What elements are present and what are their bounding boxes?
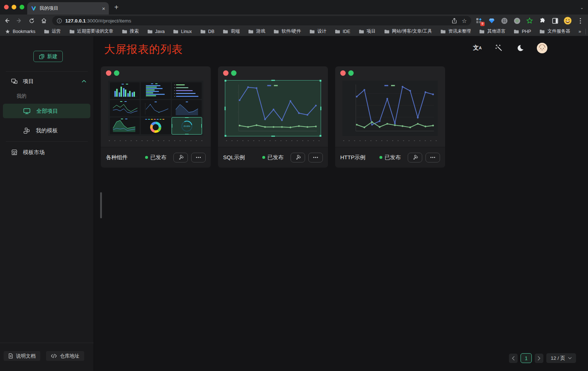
sidebar-group-label: 项目 bbox=[23, 78, 34, 85]
bookmarks-overflow-icon[interactable]: » bbox=[579, 29, 581, 34]
browser-menu-icon[interactable] bbox=[576, 17, 584, 25]
bookmark-folder[interactable]: 其他语言 bbox=[479, 28, 505, 34]
repo-button-label: 仓库地址 bbox=[60, 353, 79, 359]
bookmark-folder[interactable]: 文件服务器 bbox=[539, 28, 570, 34]
scrollbar-thumb[interactable] bbox=[100, 192, 102, 218]
docs-button[interactable]: 说明文档 bbox=[4, 351, 40, 361]
next-page-button[interactable] bbox=[535, 354, 543, 363]
sidebar-divider bbox=[6, 71, 88, 72]
extension-star-green-icon[interactable] bbox=[526, 17, 534, 25]
gauge-value: 25.00% bbox=[184, 125, 190, 127]
chevron-up-icon[interactable] bbox=[82, 80, 86, 83]
prev-page-button[interactable] bbox=[509, 354, 518, 363]
extension-circle-dark-icon[interactable] bbox=[500, 17, 508, 25]
edit-project-button[interactable] bbox=[291, 153, 305, 162]
edit-project-button[interactable] bbox=[408, 153, 422, 162]
new-tab-button[interactable]: + bbox=[114, 4, 119, 11]
reload-icon[interactable] bbox=[26, 16, 37, 25]
macos-close-button[interactable] bbox=[4, 5, 9, 9]
card-status: 已发布 bbox=[145, 154, 166, 161]
bookmark-label: 软件/硬件 bbox=[281, 28, 301, 34]
page-size-select[interactable]: 12 / 页 bbox=[546, 353, 576, 363]
extension-gem-icon[interactable] bbox=[488, 17, 496, 25]
preview-two-line-chart bbox=[110, 100, 140, 117]
url-text[interactable]: 127.0.0.1:3000/#/project/items bbox=[65, 18, 447, 24]
extensions-puzzle-icon[interactable] bbox=[538, 17, 546, 25]
card-red-dot bbox=[223, 70, 229, 76]
monitor-icon bbox=[23, 108, 30, 114]
more-actions-button[interactable] bbox=[425, 153, 440, 162]
more-actions-button[interactable] bbox=[191, 153, 206, 162]
bookmark-folder[interactable]: 资讯未整理 bbox=[440, 28, 471, 34]
new-project-button[interactable]: 新建 bbox=[33, 51, 63, 62]
edit-project-button[interactable] bbox=[173, 153, 188, 162]
magic-wand-icon[interactable] bbox=[494, 43, 503, 53]
share-icon[interactable] bbox=[451, 18, 457, 24]
home-icon[interactable] bbox=[38, 16, 49, 25]
bookmark-folder[interactable]: 项目 bbox=[359, 28, 376, 34]
sidebar-item-my-templates[interactable]: 我的模板 bbox=[3, 123, 90, 138]
hammer-icon bbox=[178, 154, 184, 161]
selection-handle bbox=[320, 80, 321, 82]
repo-button[interactable]: 仓库地址 bbox=[46, 351, 84, 361]
bookmark-label: 游戏 bbox=[256, 28, 265, 34]
bookmark-folder[interactable]: 游戏 bbox=[248, 28, 265, 34]
project-card[interactable]: HTTP示例 已发布 bbox=[335, 66, 445, 168]
bookmark-folder[interactable]: 软件/硬件 bbox=[274, 28, 301, 34]
card-title: 各种组件 bbox=[106, 154, 145, 161]
bookmark-folder[interactable]: Java bbox=[147, 29, 165, 34]
browser-tab[interactable]: 我的项目 × bbox=[27, 2, 109, 15]
sidebar-item-template-market[interactable]: 模板市场 bbox=[11, 147, 86, 158]
sidebar-footer: 说明文档 仓库地址 bbox=[4, 351, 84, 361]
bookmark-folder[interactable]: 网站/博客/文章/工具 bbox=[384, 28, 432, 34]
bookmarks-manager[interactable]: Bookmarks bbox=[5, 29, 36, 34]
selection-handle bbox=[271, 80, 275, 81]
bookmark-folder[interactable]: 搜索 bbox=[122, 28, 139, 34]
address-bar[interactable]: 127.0.0.1:3000/#/project/items ☆ bbox=[52, 16, 471, 25]
bookmark-folder[interactable]: PHP bbox=[514, 29, 531, 34]
bookmark-label: Linux bbox=[181, 29, 192, 34]
dark-mode-moon-icon[interactable] bbox=[515, 43, 525, 53]
card-preview-line-chart[interactable] bbox=[342, 81, 438, 136]
back-icon[interactable] bbox=[1, 16, 12, 25]
bookmark-star-icon[interactable]: ☆ bbox=[462, 17, 467, 24]
user-avatar[interactable] bbox=[537, 43, 547, 53]
sidebar-item-all-projects[interactable]: 全部项目 bbox=[3, 104, 90, 118]
bookmark-folder[interactable]: IDE bbox=[335, 29, 350, 34]
project-card[interactable]: SQL示例 已发布 bbox=[218, 66, 328, 168]
template-icon bbox=[23, 127, 30, 134]
sidebar-item-label: 模板市场 bbox=[23, 149, 45, 156]
bookmark-folder[interactable]: 前端 bbox=[223, 28, 240, 34]
extensions-area: 9 bbox=[475, 17, 584, 25]
forward-icon[interactable] bbox=[14, 16, 25, 25]
document-icon bbox=[8, 353, 13, 359]
macos-zoom-button[interactable] bbox=[20, 5, 24, 9]
card-title: HTTP示例 bbox=[340, 154, 379, 161]
bookmark-folder[interactable]: Linux bbox=[173, 29, 192, 34]
sidebar-group-projects[interactable]: 项目 bbox=[11, 75, 86, 87]
tab-search-icon[interactable]: ⌄ bbox=[580, 5, 584, 10]
bookmark-folder[interactable]: 近期需要读的文章 bbox=[69, 28, 114, 34]
site-info-icon[interactable] bbox=[57, 18, 62, 24]
bookmark-label: 运营 bbox=[52, 28, 61, 34]
bookmark-folder[interactable]: 运营 bbox=[44, 28, 61, 34]
bookmark-folder[interactable]: 设计 bbox=[309, 28, 326, 34]
card-preview-line-chart-selected[interactable] bbox=[225, 81, 321, 136]
card-preview-dashboard[interactable]: 25.00% bbox=[108, 81, 203, 136]
preview-area-chart bbox=[172, 100, 202, 117]
bookmark-folder[interactable]: DB bbox=[200, 29, 214, 34]
extension-circle-green-icon[interactable] bbox=[513, 17, 521, 25]
macos-minimize-button[interactable] bbox=[12, 5, 16, 9]
tab-close-icon[interactable]: × bbox=[102, 6, 105, 11]
language-icon[interactable]: 文A bbox=[473, 43, 482, 53]
selection-handle bbox=[271, 136, 275, 137]
bookmark-label: 其他语言 bbox=[487, 28, 505, 34]
project-card[interactable]: 25.00% 各种组件 已发布 bbox=[101, 66, 211, 168]
profile-avatar-icon[interactable] bbox=[564, 17, 572, 25]
more-actions-button[interactable] bbox=[308, 153, 323, 162]
side-panel-icon[interactable] bbox=[551, 17, 559, 25]
current-page-button[interactable]: 1 bbox=[521, 353, 532, 363]
selection-handle bbox=[320, 107, 321, 110]
bookmark-label: 近期需要读的文章 bbox=[77, 28, 114, 34]
extension-grid-icon[interactable]: 9 bbox=[475, 17, 483, 25]
